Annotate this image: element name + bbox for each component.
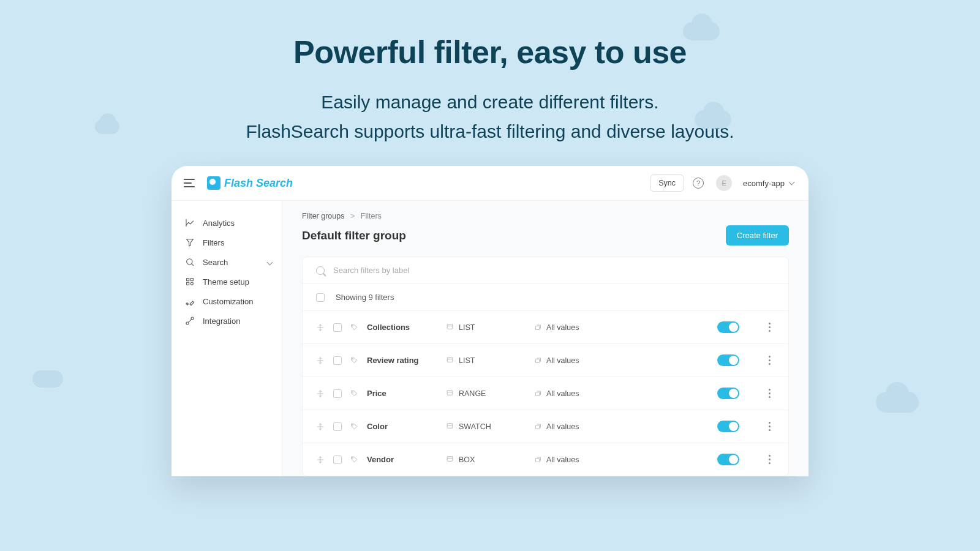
tag-icon [350, 323, 358, 331]
card-info-row: Showing 9 filters [303, 283, 788, 310]
svg-point-14 [352, 359, 353, 359]
row-checkbox[interactable] [333, 323, 342, 332]
filter-name[interactable]: Color [367, 422, 437, 431]
enable-toggle[interactable] [717, 421, 739, 432]
account-menu[interactable]: E ecomfy-app [716, 175, 794, 191]
sidebar-item-customization[interactable]: Customization [184, 291, 282, 311]
layout-icon [446, 389, 454, 399]
svg-rect-19 [447, 390, 453, 395]
app-window: Flash Search Sync ? E ecomfy-app Analyti… [172, 166, 809, 476]
drag-handle-icon[interactable] [316, 455, 325, 464]
drag-handle-icon[interactable] [316, 389, 325, 398]
cloud-decoration [32, 370, 63, 388]
layout-icon [446, 356, 454, 365]
create-filter-button[interactable]: Create filter [726, 225, 789, 246]
logo-text: Flash Search [224, 177, 293, 190]
svg-rect-25 [536, 425, 540, 429]
sidebar-item-analytics[interactable]: Analytics [184, 213, 282, 233]
chevron-down-icon [267, 259, 273, 265]
filter-type-column: BOX [446, 455, 526, 465]
main-content: Filter groups > Filters Default filter g… [282, 201, 809, 476]
hero-title: Powerful filter, easy to use [0, 34, 980, 70]
sidebar-item-theme-setup[interactable]: Theme setup [184, 272, 282, 291]
svg-marker-0 [187, 239, 194, 246]
enable-toggle[interactable] [717, 354, 739, 366]
filter-name[interactable]: Review rating [367, 356, 437, 365]
stack-icon [534, 390, 541, 397]
filter-type-value: BOX [459, 455, 475, 464]
filter-values-column: All values [534, 455, 709, 464]
layout-icon [446, 455, 454, 465]
app-logo[interactable]: Flash Search [207, 176, 293, 190]
tag-icon [350, 422, 358, 430]
page-title: Default filter group [302, 229, 406, 242]
filter-type-value: RANGE [459, 389, 486, 398]
filter-values-text: All values [546, 323, 579, 332]
filter-name[interactable]: Price [367, 389, 437, 398]
sidebar-item-integration[interactable]: Integration [184, 311, 282, 331]
more-actions-button[interactable] [764, 389, 775, 398]
sidebar-item-label: Search [203, 258, 228, 267]
menu-toggle-icon[interactable] [184, 179, 195, 187]
svg-rect-17 [536, 359, 540, 362]
card-search-row [303, 257, 788, 283]
more-actions-button[interactable] [764, 455, 775, 464]
svg-line-2 [192, 264, 194, 266]
more-actions-button[interactable] [764, 356, 775, 365]
breadcrumb-root[interactable]: Filter groups [302, 212, 344, 220]
sync-button[interactable]: Sync [650, 174, 684, 192]
filter-name[interactable]: Collections [367, 323, 437, 332]
svg-rect-3 [187, 279, 189, 281]
link-icon [185, 316, 195, 326]
paint-icon [185, 296, 195, 306]
enable-toggle[interactable] [717, 454, 739, 465]
drag-handle-icon[interactable] [316, 356, 325, 365]
filters-card: Showing 9 filters Collections LIST All v… [302, 257, 789, 476]
row-checkbox[interactable] [333, 356, 342, 365]
select-all-checkbox[interactable] [316, 293, 325, 302]
drag-handle-icon[interactable] [316, 422, 325, 431]
chevron-down-icon [789, 179, 795, 186]
enable-toggle[interactable] [717, 388, 739, 399]
sidebar-item-search[interactable]: Search [184, 252, 282, 272]
stack-icon [534, 357, 541, 364]
enable-toggle[interactable] [717, 321, 739, 333]
sidebar-item-label: Filters [203, 238, 224, 247]
chart-line-icon [185, 218, 195, 228]
svg-rect-11 [447, 324, 453, 329]
cloud-decoration [95, 119, 119, 134]
search-filters-input[interactable] [333, 266, 775, 275]
filter-row: Collections LIST All values [303, 310, 788, 343]
filter-row: Vendor BOX All values [303, 443, 788, 476]
sidebar-item-filters[interactable]: Filters [184, 233, 282, 252]
breadcrumb-separator: > [350, 212, 355, 220]
filter-type-column: LIST [446, 323, 526, 332]
layout-icon [446, 422, 454, 432]
filter-row: Review rating LIST All values [303, 343, 788, 377]
svg-rect-15 [447, 357, 453, 362]
row-checkbox[interactable] [333, 455, 342, 464]
row-checkbox[interactable] [333, 422, 342, 431]
search-icon [316, 266, 325, 275]
logo-mark-icon [207, 176, 221, 190]
topbar: Flash Search Sync ? E ecomfy-app [172, 166, 809, 201]
sidebar-item-label: Integration [203, 317, 240, 326]
help-icon[interactable]: ? [693, 178, 704, 189]
more-actions-button[interactable] [764, 323, 775, 332]
filter-values-column: All values [534, 389, 709, 398]
more-actions-button[interactable] [764, 422, 775, 431]
svg-rect-27 [447, 456, 453, 461]
filter-name[interactable]: Vendor [367, 455, 437, 464]
filter-type-column: SWATCH [446, 422, 526, 432]
sidebar-item-label: Analytics [203, 219, 235, 228]
svg-point-7 [186, 303, 188, 305]
row-checkbox[interactable] [333, 389, 342, 398]
svg-rect-29 [536, 458, 540, 462]
account-name: ecomfy-app [743, 179, 785, 188]
filter-type-value: SWATCH [459, 422, 491, 431]
drag-handle-icon[interactable] [316, 323, 325, 332]
layout-icon [446, 323, 454, 332]
hero-subtitle-line2: FlashSearch supports ultra-fast filterin… [246, 121, 734, 141]
showing-count: Showing 9 filters [336, 293, 394, 302]
svg-rect-5 [187, 282, 189, 285]
